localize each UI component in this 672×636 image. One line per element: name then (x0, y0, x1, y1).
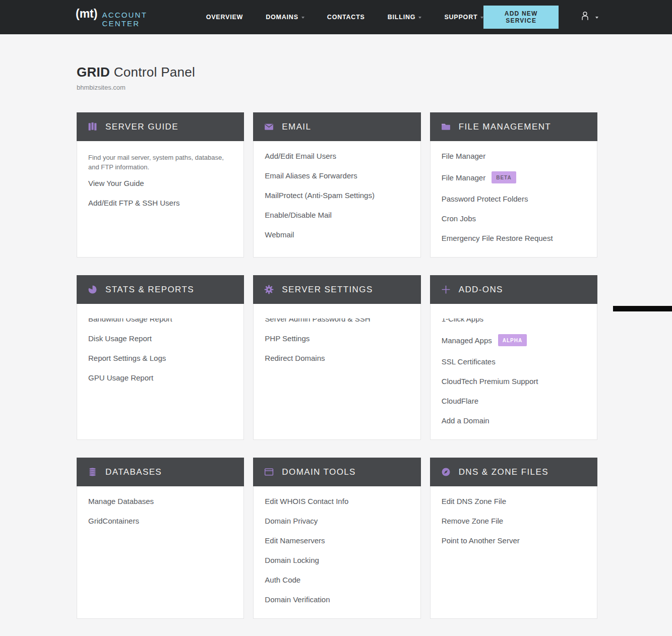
card-link[interactable]: Enable/Disable Mail (265, 205, 409, 225)
nav-item-billing[interactable]: BILLING (388, 14, 422, 21)
card-title: FILE MANAGEMENT (459, 122, 551, 132)
card-header-add-ons: ADD-ONS (430, 275, 597, 304)
card-link[interactable]: File Manager (442, 146, 586, 166)
nav-item-label: DOMAINS (266, 14, 298, 21)
card-link[interactable]: View Your Guide (88, 173, 232, 193)
caret-down-icon (418, 17, 421, 20)
card-link-label: 1-Click Apps (442, 314, 483, 323)
card-link[interactable]: Add a Domain (442, 411, 586, 430)
card-link[interactable]: Domain Locking (265, 550, 409, 570)
card-link[interactable]: Remove Zone File (442, 511, 586, 531)
card-link[interactable]: Redirect Domains (265, 348, 409, 368)
card-body: Add/Edit Email UsersEmail Aliases & Forw… (253, 141, 420, 258)
nav-item-domains[interactable]: DOMAINS (266, 14, 304, 21)
card-link[interactable]: GridContainers (88, 511, 232, 531)
brand[interactable]: (mt) ACCOUNT CENTER (76, 7, 177, 28)
card-link[interactable]: MailProtect (Anti-Spam Settings) (265, 185, 409, 205)
card-server-settings: SERVER SETTINGSServer Admin Password & S… (253, 275, 420, 440)
card-body: File ManagerFile ManagerBETAPassword Pro… (430, 141, 597, 258)
nav-item-label: BILLING (388, 14, 416, 21)
card-link[interactable]: Emergency File Restore Request (442, 228, 586, 248)
cards-grid: SERVER GUIDEFind your mail server, syste… (77, 112, 597, 636)
domain-subtitle: bhmbizsites.com (77, 84, 672, 91)
card-link-label: Point to Another Server (442, 536, 520, 545)
card-link-label: File Manager (442, 173, 486, 182)
card-link-label: Edit Nameservers (265, 536, 325, 545)
nav-items: OVERVIEWDOMAINSCONTACTSBILLINGSUPPORT (206, 14, 484, 21)
card-link[interactable]: Webmail (265, 225, 409, 244)
card-link[interactable]: Server Admin Password & SSH (265, 309, 409, 329)
card-link[interactable]: Point to Another Server (442, 531, 586, 550)
card-body: Bandwidth Usage ReportDisk Usage ReportR… (77, 304, 244, 440)
card-link-label: Add a Domain (442, 416, 490, 425)
card-link[interactable]: File ManagerBETA (442, 166, 586, 189)
card-link-label: MailProtect (Anti-Spam Settings) (265, 191, 375, 200)
card-link[interactable]: PHP Settings (265, 329, 409, 348)
card-link[interactable]: Edit Nameservers (265, 531, 409, 550)
nav-item-support[interactable]: SUPPORT (444, 14, 483, 21)
card-body: Manage DatabasesGridContainers (77, 486, 244, 619)
card-link[interactable]: Domain Verification (265, 590, 409, 609)
card-link-label: CloudFlare (442, 397, 478, 405)
card-link[interactable]: 1-Click Apps (442, 309, 586, 329)
card-link[interactable]: CloudFlare (442, 391, 586, 411)
card-link-label: Remove Zone File (442, 517, 504, 525)
page-title: GRID Control Panel (77, 65, 672, 80)
card-link-label: Domain Privacy (265, 517, 318, 525)
card-link[interactable]: Bandwidth Usage Report (88, 309, 232, 329)
card-link-label: Edit WHOIS Contact Info (265, 497, 348, 505)
card-links: Edit WHOIS Contact InfoDomain PrivacyEdi… (265, 491, 409, 609)
card-link[interactable]: Add/Edit FTP & SSH Users (88, 193, 232, 213)
card-header-server-guide: SERVER GUIDE (77, 112, 244, 141)
card-link-label: Domain Locking (265, 556, 319, 564)
card-link[interactable]: Edit DNS Zone File (442, 491, 586, 511)
card-link[interactable]: Add/Edit Email Users (265, 146, 409, 166)
card-link[interactable]: Manage Databases (88, 491, 232, 511)
card-dns-zone-files: DNS & ZONE FILESEdit DNS Zone FileRemove… (430, 458, 597, 619)
card-link-label: Report Settings & Logs (88, 354, 166, 362)
card-link[interactable]: Domain Privacy (265, 511, 409, 531)
card-link-label: Enable/Disable Mail (265, 211, 332, 219)
card-body: Edit DNS Zone FileRemove Zone FilePoint … (430, 486, 597, 619)
card-header-stats-reports: STATS & REPORTS (77, 275, 244, 304)
nav-item-contacts[interactable]: CONTACTS (327, 14, 365, 21)
card-link-label: Disk Usage Report (88, 334, 152, 343)
card-domain-tools: DOMAIN TOOLSEdit WHOIS Contact InfoDomai… (253, 458, 420, 619)
card-title: EMAIL (282, 122, 311, 132)
envelope-icon (264, 121, 274, 132)
card-link[interactable]: Report Settings & Logs (88, 348, 232, 368)
card-link-label: PHP Settings (265, 334, 310, 343)
card-link[interactable]: Edit WHOIS Contact Info (265, 491, 409, 511)
card-link[interactable]: Password Protect Folders (442, 189, 586, 209)
card-links: Manage DatabasesGridContainers (88, 491, 232, 531)
add-new-service-button[interactable]: ADD NEW SERVICE (483, 6, 559, 29)
plus-icon (441, 284, 451, 295)
card-link[interactable]: GPU Usage Report (88, 368, 232, 388)
card-link-label: File Manager (442, 152, 486, 160)
card-link[interactable]: SSL Certificates (442, 352, 586, 371)
card-link[interactable]: Cron Jobs (442, 209, 586, 228)
card-title: ADD-ONS (459, 285, 503, 295)
browser-icon (264, 467, 274, 477)
card-link-label: CloudTech Premium Support (442, 377, 538, 386)
card-intro-text: Find your mail server, system paths, dat… (88, 153, 232, 172)
card-link-label: SSL Certificates (442, 357, 496, 366)
card-link-label: View Your Guide (88, 179, 144, 187)
card-link[interactable]: Auth Code (265, 570, 409, 590)
card-title: DATABASES (105, 467, 162, 477)
chevron-down-icon (595, 17, 598, 20)
card-databases: DATABASESManage DatabasesGridContainers (77, 458, 244, 619)
user-menu[interactable] (580, 11, 598, 24)
card-link[interactable]: Email Aliases & Forwarders (265, 166, 409, 185)
black-bar-artifact (613, 306, 672, 311)
nav-item-overview[interactable]: OVERVIEW (206, 14, 243, 21)
card-link[interactable]: Managed AppsALPHA (442, 329, 586, 352)
card-link-label: Add/Edit Email Users (265, 152, 336, 160)
card-email: EMAILAdd/Edit Email UsersEmail Aliases &… (253, 112, 420, 258)
card-link[interactable]: CloudTech Premium Support (442, 371, 586, 391)
card-link[interactable]: Disk Usage Report (88, 329, 232, 348)
card-links: Server Admin Password & SSHPHP SettingsR… (265, 309, 409, 368)
top-nav: (mt) ACCOUNT CENTER OVERVIEWDOMAINSCONTA… (0, 0, 672, 34)
card-header-file-management: FILE MANAGEMENT (430, 112, 597, 141)
card-link-label: Edit DNS Zone File (442, 497, 506, 505)
